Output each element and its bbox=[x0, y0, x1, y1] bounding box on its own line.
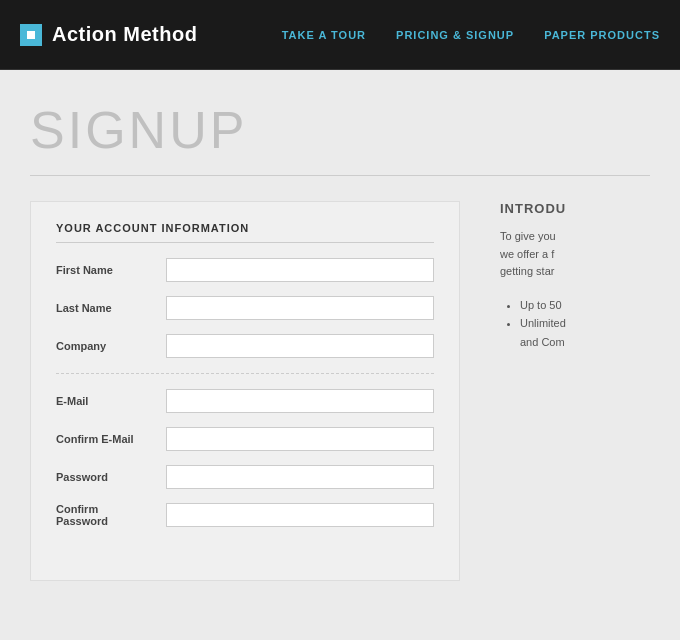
intro-text: To give youwe offer a fgetting star bbox=[500, 228, 640, 281]
brand-name: Action Method bbox=[52, 23, 197, 46]
intro-list-item: Up to 50 bbox=[520, 296, 640, 315]
input-company[interactable] bbox=[166, 334, 434, 358]
form-group-email: E-Mail bbox=[56, 389, 434, 413]
form-group-lastname: Last Name bbox=[56, 296, 434, 320]
navbar: Action Method TAKE A TOUR PRICING & SIGN… bbox=[0, 0, 680, 70]
intro-panel: INTRODU To give youwe offer a fgetting s… bbox=[490, 201, 650, 581]
intro-list: Up to 50 Unlimitedand Com bbox=[500, 296, 640, 352]
intro-title: INTRODU bbox=[500, 201, 640, 216]
nav-link-paper[interactable]: PAPER PRODUCTS bbox=[544, 29, 660, 41]
label-company: Company bbox=[56, 340, 166, 352]
nav-link-pricing[interactable]: PRICING & SIGNUP bbox=[396, 29, 514, 41]
input-confirm-email[interactable] bbox=[166, 427, 434, 451]
input-confirm-password[interactable] bbox=[166, 503, 434, 527]
form-group-company: Company bbox=[56, 334, 434, 358]
form-group-confirm-password: ConfirmPassword bbox=[56, 503, 434, 527]
label-confirm-password: ConfirmPassword bbox=[56, 503, 166, 527]
input-password[interactable] bbox=[166, 465, 434, 489]
label-lastname: Last Name bbox=[56, 302, 166, 314]
page-title: SIGNUP bbox=[30, 100, 650, 160]
brand-icon bbox=[20, 24, 42, 46]
navbar-brand: Action Method bbox=[20, 23, 282, 46]
label-confirm-email: Confirm E-Mail bbox=[56, 433, 166, 445]
nav-link-tour[interactable]: TAKE A TOUR bbox=[282, 29, 366, 41]
form-group-firstname: First Name bbox=[56, 258, 434, 282]
label-email: E-Mail bbox=[56, 395, 166, 407]
form-group-password: Password bbox=[56, 465, 434, 489]
input-lastname[interactable] bbox=[166, 296, 434, 320]
title-divider bbox=[30, 175, 650, 176]
navbar-links: TAKE A TOUR PRICING & SIGNUP PAPER PRODU… bbox=[282, 29, 660, 41]
content-row: YOUR ACCOUNT INFORMATION First Name Last… bbox=[30, 201, 650, 581]
label-firstname: First Name bbox=[56, 264, 166, 276]
input-firstname[interactable] bbox=[166, 258, 434, 282]
form-divider bbox=[56, 373, 434, 374]
form-panel: YOUR ACCOUNT INFORMATION First Name Last… bbox=[30, 201, 460, 581]
intro-list-item: Unlimitedand Com bbox=[520, 314, 640, 351]
main-content: SIGNUP YOUR ACCOUNT INFORMATION First Na… bbox=[0, 70, 680, 640]
label-password: Password bbox=[56, 471, 166, 483]
form-section-title: YOUR ACCOUNT INFORMATION bbox=[56, 222, 434, 243]
form-group-confirm-email: Confirm E-Mail bbox=[56, 427, 434, 451]
input-email[interactable] bbox=[166, 389, 434, 413]
